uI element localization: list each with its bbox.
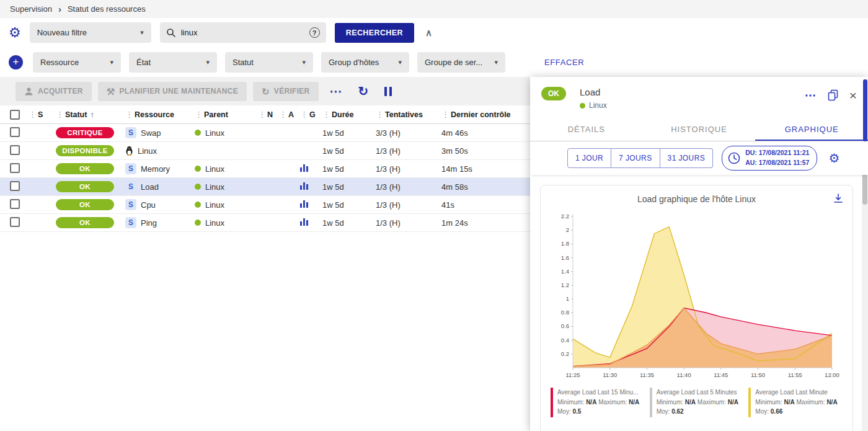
table-row[interactable]: OK S Ping Linux 1w 5d xyxy=(0,214,530,232)
breadcrumb-item-supervision[interactable]: Supervision xyxy=(10,4,52,14)
table-row[interactable]: CRITIQUE S Swap Linux 1w 5d 3/3 (H) 4m 4… xyxy=(0,124,530,142)
criteria-resource-select[interactable]: Ressource ▾ xyxy=(33,52,121,73)
service-icon: S xyxy=(125,181,136,192)
criteria-hostgroup-select[interactable]: Group d'hôtes ▾ xyxy=(321,52,409,73)
col-header-tries[interactable]: ⋮ Tentatives xyxy=(376,110,441,119)
parent-name[interactable]: Linux xyxy=(205,182,224,192)
table-row[interactable]: OK S Memory Linux 1w 5d xyxy=(0,160,530,178)
maintenance-icon: ⚒ xyxy=(107,87,115,96)
grip-icon: ⋮ xyxy=(441,110,450,119)
check-button[interactable]: ↻ VÉRIFIER xyxy=(253,82,319,101)
export-download-icon[interactable] xyxy=(833,193,844,204)
acknowledge-button[interactable]: ACQUITTER xyxy=(16,82,92,101)
table-row[interactable]: OK S Cpu Linux 1w 5d xyxy=(0,196,530,214)
row-checkbox[interactable] xyxy=(10,127,20,137)
graph-icon[interactable] xyxy=(300,200,309,208)
criteria-state-select[interactable]: État ▾ xyxy=(129,52,217,73)
refresh-list-icon[interactable]: ↻ xyxy=(358,84,369,99)
parent-name[interactable]: Linux xyxy=(205,164,224,174)
tab-graph[interactable]: GRAPHIQUE xyxy=(755,118,868,141)
pause-icon[interactable] xyxy=(384,87,392,96)
status-badge: OK xyxy=(56,163,114,174)
last-check-cell: 1m 24s xyxy=(441,218,530,228)
graph-settings-gear-icon[interactable]: ⚙ xyxy=(828,151,839,166)
criteria-servicegroup-select[interactable]: Groupe de ser... ▾ xyxy=(417,52,505,73)
more-actions-icon[interactable]: ⋯ xyxy=(330,84,342,99)
panel-more-icon[interactable]: ⋯ xyxy=(805,88,817,102)
col-header-resource[interactable]: ⋮ Ressource xyxy=(125,110,195,119)
grip-icon: ⋮ xyxy=(125,110,133,119)
time-range-1day-button[interactable]: 1 JOUR xyxy=(567,148,611,168)
resource-name[interactable]: Swap xyxy=(141,128,161,138)
col-header-parent[interactable]: ⋮ Parent xyxy=(195,110,258,119)
time-range-31days-button[interactable]: 31 JOURS xyxy=(660,148,714,168)
svg-text:12:00: 12:00 xyxy=(825,371,839,378)
breadcrumb-item-current[interactable]: Statut des ressources xyxy=(68,4,146,14)
load-chart[interactable]: 0.20.40.60.811.21.41.61.822.211:2511:301… xyxy=(548,207,846,386)
graph-icon[interactable] xyxy=(300,218,309,226)
time-range-7days-button[interactable]: 7 JOURS xyxy=(611,148,660,168)
resource-name[interactable]: Memory xyxy=(141,164,170,174)
graph-icon[interactable] xyxy=(300,182,309,190)
last-check-cell: 41s xyxy=(441,200,530,210)
legend-item-load5[interactable]: Average Load Last 5 Minutes Minimum: N/A… xyxy=(647,388,746,417)
col-header-status[interactable]: ⋮ Statut ↑ xyxy=(56,110,125,119)
criteria-status-select[interactable]: Statut ▾ xyxy=(225,52,313,73)
parent-name[interactable]: Linux xyxy=(205,218,224,228)
copy-link-icon[interactable] xyxy=(828,89,838,101)
grip-icon: ⋮ xyxy=(279,110,287,119)
graph-icon[interactable] xyxy=(300,164,309,172)
collapse-filters-icon[interactable]: ∧ xyxy=(425,27,432,38)
actions-toolbar: ACQUITTER ⚒ PLANIFIER UNE MAINTENANCE ↻ … xyxy=(0,77,530,105)
legend-item-load1[interactable]: Average Load Last Minute Minimum: N/A Ma… xyxy=(746,388,845,417)
col-header-last-check[interactable]: ⋮ Dernier contrôle xyxy=(441,110,530,119)
panel-parent-name[interactable]: Linux xyxy=(589,101,607,110)
col-header-notes[interactable]: ⋮ N xyxy=(258,110,279,119)
app-root: Supervision › Statut des ressources ⚙ No… xyxy=(0,0,868,431)
help-icon[interactable]: ? xyxy=(309,27,320,38)
col-header-duration[interactable]: ⋮ Durée xyxy=(322,110,376,119)
parent-name[interactable]: Linux xyxy=(205,200,224,210)
legend-color-bar xyxy=(748,388,751,417)
period-to: AU: 17/08/2021 11:57 xyxy=(745,158,809,168)
col-header-graph[interactable]: ⋮ G xyxy=(300,110,322,119)
search-button[interactable]: RECHERCHER xyxy=(335,23,414,43)
svg-text:1.2: 1.2 xyxy=(560,282,569,288)
close-panel-icon[interactable]: × xyxy=(849,89,857,102)
graph-card: Load graphique de l'hôte Linux 0.20.40.6… xyxy=(540,185,853,431)
col-header-severity[interactable]: ⋮ S xyxy=(29,110,56,119)
col-header-action[interactable]: ⋮ A xyxy=(279,110,300,119)
select-all-checkbox[interactable] xyxy=(10,110,20,120)
legend-item-load15[interactable]: Average Load Last 15 Minu... Minimum: N/… xyxy=(548,388,647,417)
sort-asc-icon: ↑ xyxy=(90,110,94,119)
resource-name[interactable]: Linux xyxy=(138,146,157,156)
maintenance-button[interactable]: ⚒ PLANIFIER UNE MAINTENANCE xyxy=(98,82,247,101)
clear-filters-button[interactable]: EFFACER xyxy=(544,58,584,67)
last-check-cell: 3m 50s xyxy=(441,146,530,156)
row-checkbox[interactable] xyxy=(10,181,20,191)
search-field[interactable]: ? xyxy=(160,22,326,43)
custom-period-selector[interactable]: DU: 17/08/2021 11:21 AU: 17/08/2021 11:5… xyxy=(722,146,817,171)
add-criteria-button[interactable]: + xyxy=(9,55,23,69)
tab-history[interactable]: HISTORIQUE xyxy=(643,118,756,141)
search-input[interactable] xyxy=(181,28,304,37)
row-checkbox[interactable] xyxy=(10,163,20,173)
table-row[interactable]: DISPONIBLE Linux 1w 5d 1/ xyxy=(0,142,530,160)
tab-details[interactable]: DÉTAILS xyxy=(530,118,643,141)
row-checkbox[interactable] xyxy=(10,199,20,209)
parent-name[interactable]: Linux xyxy=(205,128,224,138)
resource-name[interactable]: Cpu xyxy=(141,200,156,210)
filter-settings-gear-icon[interactable]: ⚙ xyxy=(9,26,21,40)
resource-name[interactable]: Ping xyxy=(141,218,157,228)
grip-icon: ⋮ xyxy=(29,110,37,119)
time-range-bar: 1 JOUR 7 JOURS 31 JOURS DU: 17/08/2021 1… xyxy=(530,141,868,175)
resource-name[interactable]: Load xyxy=(141,182,159,192)
row-checkbox[interactable] xyxy=(10,145,20,155)
saved-filter-select[interactable]: Nouveau filtre ▾ xyxy=(30,22,151,43)
panel-scrollbar[interactable] xyxy=(862,141,868,431)
row-checkbox[interactable] xyxy=(10,217,20,227)
table-row-selected[interactable]: OK S Load Linux 1w 5d xyxy=(0,178,530,196)
host-status-dot xyxy=(195,202,201,208)
panel-scrollbar-thumb-accent[interactable] xyxy=(863,79,867,141)
grip-icon: ⋮ xyxy=(322,110,330,119)
